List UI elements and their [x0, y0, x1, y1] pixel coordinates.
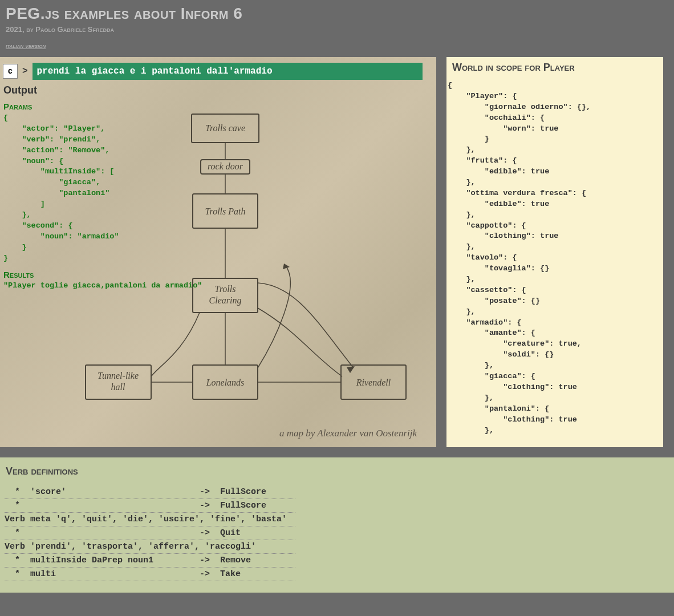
- world-json: { "Player": { "giornale odierno": {}, "o…: [446, 80, 663, 436]
- verb-table: * 'score' -> FullScore * -> FullScore Ve…: [5, 485, 295, 581]
- map-node-trolls-clearing-2: Clearing: [209, 295, 242, 306]
- verb-panel: Verb definitions * 'score' -> FullScore …: [0, 457, 674, 593]
- italian-version-link[interactable]: italian version: [6, 42, 46, 50]
- results-heading: Results: [3, 270, 34, 279]
- page-header: PEG.js examples about Inform 6 2021, by …: [0, 0, 674, 57]
- map-node-rivendell: Rivendell: [356, 378, 391, 387]
- command-bar: c >: [3, 63, 423, 80]
- results-text: "Player toglie giacca,pantaloni da armad…: [3, 281, 202, 290]
- verb-row: * multi -> Take: [5, 568, 295, 581]
- svg-marker-6: [283, 264, 290, 269]
- verb-row: Verb meta 'q', 'quit', 'die', 'uscire', …: [5, 513, 295, 526]
- map-node-trolls-clearing-1: Trolls: [215, 284, 236, 294]
- params-heading: Params: [3, 102, 32, 111]
- world-heading: World in scope for Player: [446, 57, 663, 80]
- verb-row: Verb 'prendi', 'trasporta', 'afferra', '…: [5, 540, 295, 554]
- verb-heading: Verb definitions: [5, 463, 669, 485]
- command-c-button[interactable]: c: [3, 64, 18, 79]
- output-heading: Output: [3, 84, 37, 96]
- map-node-rock-door: rock door: [208, 161, 243, 171]
- verb-row: * -> FullScore: [5, 499, 295, 513]
- world-panel: World in scope for Player { "Player": { …: [446, 57, 663, 447]
- params-json: { "actor": "Player", "verb": "prendi", "…: [3, 113, 119, 264]
- prompt-symbol: >: [22, 66, 28, 76]
- map-node-trolls-cave: Trolls cave: [205, 123, 245, 133]
- verb-row: * multiInside DaPrep noun1 -> Remove: [5, 554, 295, 568]
- verb-row: * 'score' -> FullScore: [5, 485, 295, 499]
- page-title: PEG.js examples about Inform 6: [6, 5, 668, 23]
- map-node-tunnel-2: hall: [111, 382, 125, 392]
- verb-row: * -> Quit: [5, 526, 295, 540]
- map-node-trolls-path: Trolls Path: [205, 206, 246, 216]
- page-subtitle: 2021, by Paolo Gabriele Sfredda: [6, 25, 668, 34]
- map-node-tunnel-1: Tunnel-like: [98, 371, 139, 380]
- svg-marker-7: [347, 366, 355, 373]
- map-credit: a map by Alexander van Oostenrijk: [279, 428, 417, 439]
- command-input[interactable]: [33, 63, 423, 80]
- output-panel: Trolls cave rock door Trolls Path Trolls…: [0, 57, 436, 447]
- map-node-lonelands: Lonelands: [206, 378, 245, 387]
